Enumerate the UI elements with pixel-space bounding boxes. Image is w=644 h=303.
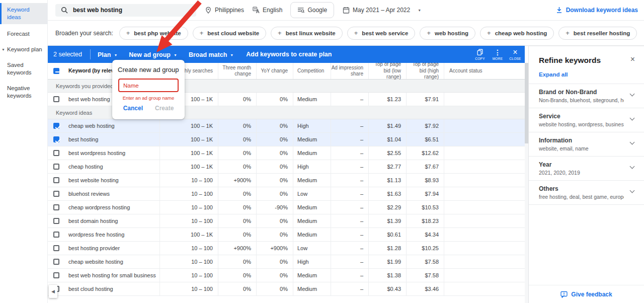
row-checkbox[interactable] [53,232,59,238]
table-row[interactable]: wordpress free hosting100 – 1K0%0%Medium… [48,228,525,242]
language-filter[interactable]: English [253,7,282,14]
sidebar-item-forecast[interactable]: Forecast [0,28,47,40]
toolbar-copy-button[interactable]: COPY [473,49,487,60]
table-row[interactable]: cheap wordpress hosting10 – 1000%-90%Med… [48,201,525,214]
toolbar-more-button[interactable]: ⋮MORE [491,49,504,60]
toolbar-menu-broad-match[interactable]: Broad match▼ [189,51,233,58]
cell-value: $1.63 [387,191,401,197]
table-row[interactable]: best hosting provider10 – 100+900%+900%L… [48,242,525,255]
network-filter[interactable]: Google [290,2,334,18]
cancel-button[interactable]: Cancel [123,105,143,112]
checkbox-cell [48,214,64,228]
broaden-chip[interactable]: +cheap web hosting [480,27,554,40]
sidebar-item-negative-keywords[interactable]: Negative keywords [0,83,47,102]
sidebar-item-keyword-plan[interactable]: ▼Keyword plan [0,44,47,55]
bid-high-cell: $7.67 [407,160,444,173]
table-row[interactable]: best hosting100 – 1K0%0%Medium–$1.04$6.5… [48,133,525,146]
row-checkbox[interactable] [53,150,59,156]
cell-value: Low [297,191,307,197]
plus-icon: + [278,29,282,37]
table-row[interactable]: best cloud hosting10 – 1000%0%Medium–$0.… [48,282,525,296]
add-keywords-button[interactable]: Add keywords to create plan [246,51,332,58]
cell-value: 0% [243,150,251,156]
row-checkbox[interactable] [53,177,59,183]
competition-cell: Medium [293,133,331,146]
cell-value: 0% [243,259,251,265]
toolbar-menu-new-ad-group[interactable]: New ad group▼ [129,51,177,58]
expand-all-link[interactable]: Expand all [529,65,644,84]
cell-value: best hosting [68,136,98,142]
cell-value: 0% [243,272,251,278]
selected-count: 2 selected [53,51,82,58]
broaden-chip[interactable]: +web hosting [420,27,475,40]
dialog-title: Create new ad group [112,60,185,73]
refine-section-information[interactable]: Informationwebsite, email, name [529,132,644,157]
column-header-three-month-change[interactable]: Three month change [218,63,257,79]
cell-value: 100 – 1K [191,136,213,142]
column-header-competition[interactable]: Competition [293,63,331,79]
select-all-checkbox[interactable] [53,68,59,74]
row-checkbox[interactable] [53,259,59,265]
row-checkbox[interactable] [53,136,59,142]
calendar-icon [343,7,350,14]
table-row[interactable]: cheap website hosting10 – 1000%0%High–$1… [48,255,525,269]
searches-cell: 10 – 100 [160,214,218,228]
broaden-chip[interactable]: +best linux website [271,27,343,40]
translate-icon [253,7,260,14]
refine-section-others[interactable]: Othersfree hosting, deal, best game, eur… [529,181,644,205]
competition-cell: Medium [293,228,331,241]
vertical-scrollbar[interactable] [525,63,528,303]
scrollbar-thumb[interactable] [525,63,528,143]
column-header-yoy-change[interactable]: YoY change [257,63,293,79]
broaden-chip[interactable]: +best reseller hosting [558,27,637,40]
three-month-cell: 0% [218,214,257,228]
broaden-chip[interactable]: +best web service [347,27,416,40]
broaden-chip[interactable]: +best cloud website [193,27,266,40]
give-feedback-link[interactable]: Give feedback [529,285,644,303]
refine-section-service[interactable]: Servicewebsite hosting, wordpress, busin… [529,108,644,132]
cell-value: $1.13 [387,177,401,183]
sidebar-item-label: Keyword ideas [7,7,30,20]
search-input[interactable]: best web hosting [55,4,196,17]
row-checkbox[interactable] [53,272,59,278]
chip-label: best reseller hosting [574,30,630,36]
refine-section-year[interactable]: Year2021, 2020, 2019 [529,157,644,181]
ad-group-name-input[interactable]: Name [118,79,179,92]
sidebar-item-saved-keywords[interactable]: Saved keywords [0,59,47,79]
table-row[interactable]: bluehost reviews10 – 1000%0%Low–$1.63$7.… [48,187,525,201]
table-row[interactable]: best web hosting for small business10 – … [48,269,525,282]
table-row[interactable]: cheap web hosting100 – 1K0%0%High–$1.49$… [48,119,525,133]
sidebar-item-keyword-ideas[interactable]: Keyword ideas [0,3,47,24]
table-row[interactable]: best domain hosting10 – 1000%0%Medium–$1… [48,214,525,228]
row-checkbox[interactable] [53,96,59,102]
column-header-top-of-page-bid-low-range[interactable]: Top of page bid (low range) [369,63,407,79]
ad-share-cell: – [331,174,369,187]
table-row[interactable]: cheap hosting100 – 1K0%0%High–$2.77$7.67 [48,160,525,174]
row-checkbox[interactable] [53,204,59,210]
table-row[interactable]: best wordpress hosting100 – 1K0%0%Medium… [48,146,525,160]
refine-section-subtitle: 2021, 2020, 2019 [539,170,624,176]
create-button[interactable]: Create [155,105,174,112]
toolbar-menu-plan[interactable]: Plan▼ [98,51,117,58]
row-checkbox[interactable] [53,123,59,129]
row-checkbox[interactable] [53,191,59,197]
broaden-chip[interactable]: +best php website [119,27,188,40]
close-icon[interactable]: × [630,56,635,63]
refine-section-brand-or-non-brand[interactable]: Brand or Non-BrandNon-Brands, bluehost, … [529,84,644,108]
row-checkbox[interactable] [53,164,59,170]
column-header-ad-impression-share[interactable]: Ad impression share [331,63,369,79]
column-header-top-of-page-bid-high-range[interactable]: Top of page bid (high range) [407,63,444,79]
row-checkbox[interactable] [53,218,59,224]
table-row[interactable]: best website hosting10 – 100+900%0%Mediu… [48,174,525,187]
download-keyword-ideas-link[interactable]: Download keyword ideas [556,7,638,14]
cell-value: 0% [280,150,288,156]
plus-icon: + [487,29,491,37]
column-header-account-status[interactable]: Account status [444,63,525,79]
account-cell [444,119,525,132]
cell-value: – [360,204,363,210]
row-checkbox[interactable] [53,245,59,251]
date-range-filter[interactable]: May 2021 – Apr 2022 ▼ [343,7,421,14]
location-filter[interactable]: Philippines [205,7,244,14]
scroll-left-button[interactable]: ◀ [49,285,57,298]
toolbar-close-button[interactable]: ×CLOSE [509,49,522,60]
